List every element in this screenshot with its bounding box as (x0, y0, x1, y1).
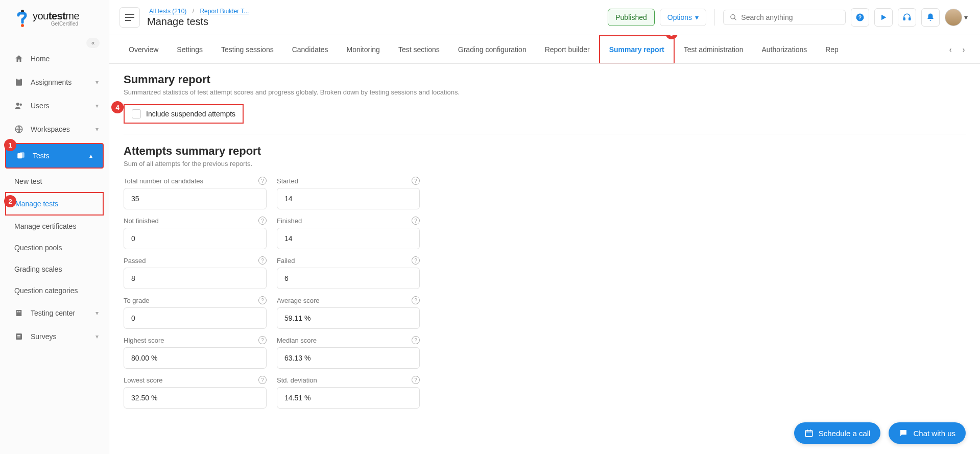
play-button[interactable] (874, 8, 893, 27)
field-value: 14 (277, 228, 420, 249)
sidebar-item-testing-center[interactable]: Testing center ▾ (0, 301, 109, 325)
question-circle-icon: ? (855, 13, 865, 22)
field-value: 14 (277, 188, 420, 209)
svg-rect-8 (20, 152, 25, 158)
svg-rect-17 (909, 18, 911, 20)
field-to-grade: To grade? 0 (124, 296, 267, 329)
sidebar-item-users[interactable]: Users ▾ (0, 94, 109, 117)
tab-reports-truncated[interactable]: Rep (816, 36, 848, 63)
callout-2: 2 (4, 195, 16, 207)
collapse-sidebar-button[interactable]: « (86, 38, 100, 48)
info-icon[interactable]: ? (258, 177, 267, 185)
tab-authorizations[interactable]: Authorizations (753, 36, 817, 63)
notifications-button[interactable] (921, 8, 940, 27)
sidebar: youtestme GetCertified « Home Assignment… (0, 0, 109, 454)
info-icon[interactable]: ? (412, 256, 420, 265)
status-badge-published: Published (608, 9, 655, 26)
breadcrumb-separator: / (193, 8, 194, 15)
search-box[interactable] (723, 10, 846, 25)
sidebar-item-label: Surveys (31, 332, 57, 341)
field-label: Started (277, 177, 298, 185)
options-label: Options (667, 13, 692, 21)
sidebar-item-tests[interactable]: Tests ▴ (5, 143, 104, 169)
building-icon (14, 308, 23, 318)
tabs-scroll-right[interactable]: › (958, 43, 970, 56)
field-value: 80.00 % (124, 347, 267, 369)
assignments-icon (14, 78, 23, 87)
chevron-down-icon: ▾ (95, 309, 99, 317)
svg-rect-9 (16, 310, 22, 316)
tests-icon (16, 151, 26, 160)
logo[interactable]: youtestme GetCertified (0, 0, 109, 33)
schedule-call-button[interactable]: Schedule a call (794, 422, 881, 444)
include-suspended-checkbox[interactable] (132, 109, 141, 118)
search-icon (730, 13, 737, 21)
tab-test-sections[interactable]: Test sections (389, 36, 449, 63)
chevron-down-icon: ▾ (964, 13, 968, 21)
tab-settings[interactable]: Settings (168, 36, 212, 63)
sidebar-item-workspaces[interactable]: Workspaces ▾ (0, 117, 109, 141)
info-icon[interactable]: ? (412, 376, 420, 384)
tab-monitoring[interactable]: Monitoring (338, 36, 389, 63)
sidebar-sub-manage-certificates[interactable]: Manage certificates (0, 216, 109, 237)
field-label: Failed (277, 257, 295, 265)
field-value: 32.50 % (124, 387, 267, 409)
tab-testing-sessions[interactable]: Testing sessions (212, 36, 283, 63)
field-label: Lowest score (124, 376, 163, 384)
info-icon[interactable]: ? (258, 336, 267, 344)
svg-rect-2 (16, 79, 22, 86)
field-value: 14.51 % (277, 387, 420, 409)
info-icon[interactable]: ? (258, 296, 267, 304)
play-icon (879, 13, 888, 21)
breadcrumb-all-tests[interactable]: All tests (210) (149, 8, 186, 15)
sidebar-sub-question-categories[interactable]: Question categories (0, 280, 109, 301)
chat-button[interactable]: Chat with us (889, 422, 966, 444)
sidebar-nav: Home Assignments ▾ Users ▾ Work (0, 47, 109, 348)
attempts-summary-desc: Sum of all attempts for the previous rep… (124, 160, 966, 168)
sidebar-sub-manage-tests[interactable]: Manage tests (5, 192, 104, 216)
menu-button[interactable] (119, 7, 140, 28)
sidebar-item-home[interactable]: Home (0, 47, 109, 70)
help-button[interactable]: ? (851, 8, 869, 27)
calendar-icon (804, 428, 814, 438)
options-button[interactable]: Options ▾ (660, 9, 706, 26)
tab-grading-configuration[interactable]: Grading configuration (449, 36, 536, 63)
tab-summary-report[interactable]: Summary report (599, 35, 675, 64)
field-started: Started? 14 (277, 177, 420, 209)
field-value: 6 (277, 268, 420, 289)
sidebar-sub-new-test[interactable]: New test (0, 171, 109, 192)
content-area: Summary report Summarized statistics of … (109, 64, 980, 454)
sidebar-sub-grading-scales[interactable]: Grading scales (0, 258, 109, 280)
field-label: Average score (277, 297, 320, 304)
user-menu[interactable]: ▾ (945, 9, 968, 26)
info-icon[interactable]: ? (258, 376, 267, 384)
tab-report-builder[interactable]: Report builder (536, 36, 599, 63)
tabs-bar: Overview Settings Testing sessions Candi… (109, 35, 980, 64)
sidebar-item-assignments[interactable]: Assignments ▾ (0, 70, 109, 94)
field-finished: Finished? 14 (277, 217, 420, 249)
info-icon[interactable]: ? (412, 177, 420, 185)
tabs-scroll-left[interactable]: ‹ (944, 43, 957, 56)
page-title: Manage tests (147, 16, 251, 28)
main-panel: All tests (210) / Report Builder T... Ma… (109, 0, 980, 454)
tab-test-administration[interactable]: Test administration (675, 36, 753, 63)
sidebar-sub-question-pools[interactable]: Question pools (0, 237, 109, 258)
info-icon[interactable]: ? (412, 296, 420, 304)
field-label: Passed (124, 257, 146, 265)
chevron-down-icon: ▾ (95, 102, 99, 109)
info-icon[interactable]: ? (412, 336, 420, 344)
search-input[interactable] (741, 13, 839, 21)
svg-text:?: ? (858, 14, 862, 20)
field-label: Median score (277, 337, 317, 344)
field-passed: Passed? 8 (124, 256, 267, 289)
info-icon[interactable]: ? (412, 217, 420, 225)
tab-overview[interactable]: Overview (119, 36, 168, 63)
headset-button[interactable] (898, 8, 916, 27)
schedule-call-label: Schedule a call (819, 429, 871, 438)
tab-candidates[interactable]: Candidates (283, 36, 338, 63)
sidebar-item-surveys[interactable]: Surveys ▾ (0, 325, 109, 348)
info-icon[interactable]: ? (258, 256, 267, 265)
headset-icon (902, 13, 912, 22)
breadcrumb-report-builder[interactable]: Report Builder T... (200, 8, 249, 15)
info-icon[interactable]: ? (258, 217, 267, 225)
